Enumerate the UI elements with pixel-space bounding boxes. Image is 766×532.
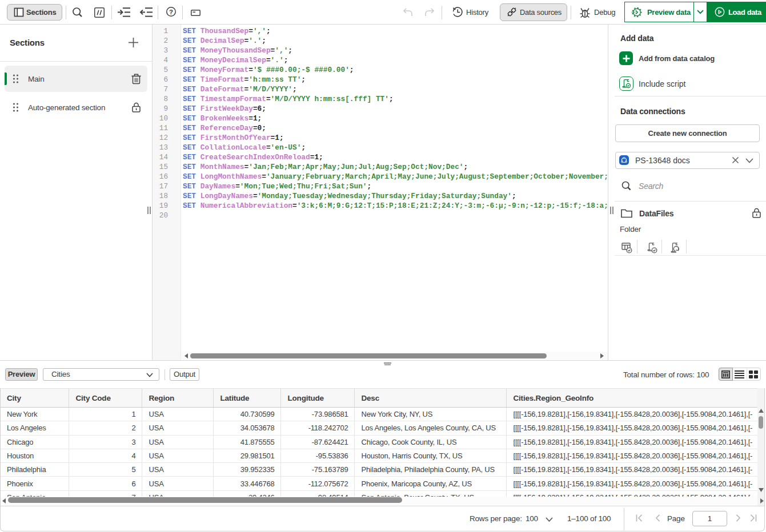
svg-text:?: ?	[169, 9, 173, 15]
